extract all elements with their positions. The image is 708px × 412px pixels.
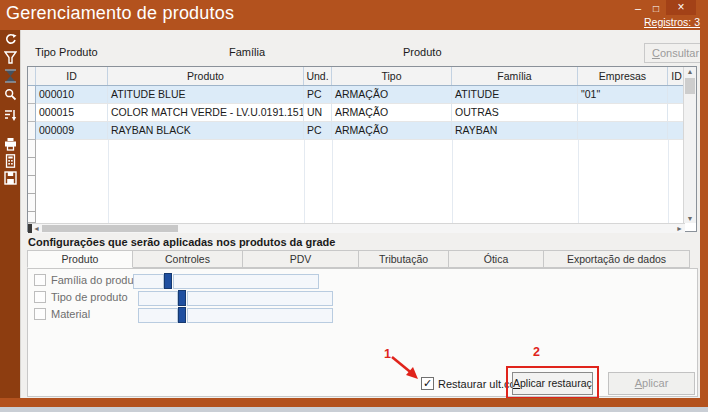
tab-panel-produto: Família do produto Tipo de produto Mater… — [27, 268, 698, 397]
scroll-up-icon[interactable]: ▲ — [684, 68, 696, 75]
app-window: Gerenciamento de produtos – □ × Registro… — [0, 0, 708, 407]
cell-empresas[interactable]: "01" — [578, 86, 668, 104]
column-header-produto[interactable]: Produto — [108, 67, 304, 85]
f2-lookup-icon[interactable] — [164, 273, 172, 289]
familia-produto-checkbox[interactable] — [34, 274, 46, 286]
window-frame-bottom — [0, 398, 708, 407]
cell-produto[interactable]: RAYBAN BLACK — [108, 122, 304, 140]
cell-familia[interactable]: RAYBAN — [452, 122, 578, 140]
column-header-tipo[interactable]: Tipo — [332, 67, 452, 85]
sort-icon[interactable] — [4, 108, 17, 122]
cell-familia[interactable]: OUTRAS — [452, 104, 578, 122]
tipo-produto-cfg-label: Tipo de produto — [51, 291, 128, 303]
table-row[interactable]: 000009 RAYBAN BLACK PC ARMAÇÃO RAYBAN — [28, 122, 685, 140]
tab-exportacao[interactable]: Exportação de dados — [544, 250, 690, 268]
produto-label: Produto — [403, 46, 442, 58]
hourglass-icon[interactable] — [4, 69, 17, 83]
tab-tributacao[interactable]: Tributação — [359, 250, 449, 268]
familia-produto-code-input[interactable] — [133, 274, 164, 289]
scroll-right-icon[interactable]: ► — [676, 224, 683, 233]
config-field-row: Material — [28, 307, 697, 324]
tipo-produto-code-input[interactable] — [138, 291, 178, 306]
tab-otica[interactable]: Ótica — [449, 250, 544, 268]
f2-lookup-icon[interactable] — [178, 307, 186, 323]
cell-tipo[interactable]: ARMAÇÃO — [332, 122, 452, 140]
registros-count-link[interactable]: Registros: 3 — [644, 16, 700, 28]
annotation-arrow-icon — [388, 354, 424, 384]
empty-row-header — [28, 194, 36, 212]
search-icon[interactable] — [4, 88, 17, 102]
tipo-produto-label: Tipo Produto — [35, 46, 98, 58]
column-header-id[interactable]: ID — [36, 67, 108, 85]
table-row[interactable]: 000015 COLOR MATCH VERDE - LV.U.0191.151… — [28, 104, 685, 122]
config-section-label: Configurações que serão aplicadas nos pr… — [28, 236, 335, 248]
maximize-button[interactable]: □ — [648, 2, 664, 15]
cell-und[interactable]: PC — [304, 122, 332, 140]
vertical-scroll-thumb[interactable] — [685, 78, 695, 94]
scroll-down-icon[interactable]: ▼ — [684, 215, 696, 222]
check-icon: ✓ — [423, 377, 432, 389]
grid-column-line — [668, 140, 669, 223]
empty-row-header — [28, 140, 36, 158]
calculator-icon[interactable] — [4, 154, 17, 168]
familia-label: Família — [229, 46, 265, 58]
cell-produto[interactable]: COLOR MATCH VERDE - LV.U.0191.1515 M — [108, 104, 304, 122]
cell-empresas[interactable] — [578, 122, 668, 140]
tipo-produto-desc-input[interactable] — [187, 291, 333, 306]
annotation-2: 2 — [533, 345, 540, 359]
familia-produto-label: Família do produto — [51, 274, 143, 286]
refresh-icon[interactable] — [4, 33, 17, 47]
table-row[interactable]: 000010 ATITUDE BLUE PC ARMAÇÃO ATITUDE "… — [28, 86, 685, 104]
scroll-left-icon[interactable]: ◄ — [33, 224, 40, 233]
cell-und[interactable]: PC — [304, 86, 332, 104]
material-code-input[interactable] — [138, 308, 178, 323]
tab-controles[interactable]: Controles — [133, 250, 243, 268]
column-header-empresas[interactable]: Empresas — [578, 67, 668, 85]
config-tabstrip: Produto Controles PDV Tributação Ótica E… — [27, 250, 690, 268]
empty-row-header — [28, 176, 36, 194]
vertical-scrollbar[interactable]: ▲ ▼ — [683, 67, 696, 223]
aplicar-button[interactable]: Aplicar — [608, 372, 695, 395]
title-bar: Gerenciamento de produtos – □ × Registro… — [0, 0, 708, 30]
grid-corner-cell — [28, 67, 36, 85]
products-grid[interactable]: ID Produto Und. Tipo Família Empresas ID… — [27, 66, 697, 232]
familia-produto-desc-input[interactable] — [173, 274, 319, 289]
grid-header-row: ID Produto Und. Tipo Família Empresas ID — [28, 67, 685, 86]
grid-column-line — [108, 140, 109, 223]
material-label: Material — [51, 308, 90, 320]
aplicar-restauracao-button[interactable]: Aplicar restauração — [512, 372, 593, 395]
filter-icon[interactable] — [4, 51, 17, 65]
cell-id[interactable]: 000009 — [36, 122, 108, 140]
tab-pdv[interactable]: PDV — [243, 250, 359, 268]
print-icon[interactable] — [4, 137, 17, 151]
cell-empresas[interactable] — [578, 104, 668, 122]
grid-column-line — [578, 140, 579, 223]
minimize-button[interactable]: – — [630, 2, 646, 15]
cell-tipo[interactable]: ARMAÇÃO — [332, 104, 452, 122]
toolbar-sidebar — [0, 30, 20, 398]
horizontal-scrollbar[interactable]: ◄ ► — [28, 223, 685, 233]
config-field-row: Família do produto — [28, 273, 697, 290]
save-icon[interactable] — [4, 171, 17, 185]
consultar-button[interactable]: Consultar — [644, 43, 707, 63]
cell-und[interactable]: UN — [304, 104, 332, 122]
close-button[interactable]: × — [666, 0, 696, 15]
desktop-background — [0, 407, 708, 412]
column-header-familia[interactable]: Família — [452, 67, 578, 85]
cell-id[interactable]: 000010 — [36, 86, 108, 104]
window-title: Gerenciamento de produtos — [6, 3, 234, 24]
grid-column-line — [304, 140, 305, 223]
cell-produto[interactable]: ATITUDE BLUE — [108, 86, 304, 104]
cell-tipo[interactable]: ARMAÇÃO — [332, 86, 452, 104]
f2-lookup-icon[interactable] — [178, 290, 186, 306]
cell-familia[interactable]: ATITUDE — [452, 86, 578, 104]
material-checkbox[interactable] — [34, 308, 46, 320]
material-desc-input[interactable] — [187, 308, 333, 323]
column-header-und[interactable]: Und. — [304, 67, 332, 85]
empty-row-header — [28, 158, 36, 176]
grid-column-line — [332, 140, 333, 223]
cell-id[interactable]: 000015 — [36, 104, 108, 122]
horizontal-scroll-thumb[interactable] — [42, 225, 178, 232]
tab-produto[interactable]: Produto — [27, 250, 133, 268]
tipo-produto-checkbox[interactable] — [34, 291, 46, 303]
